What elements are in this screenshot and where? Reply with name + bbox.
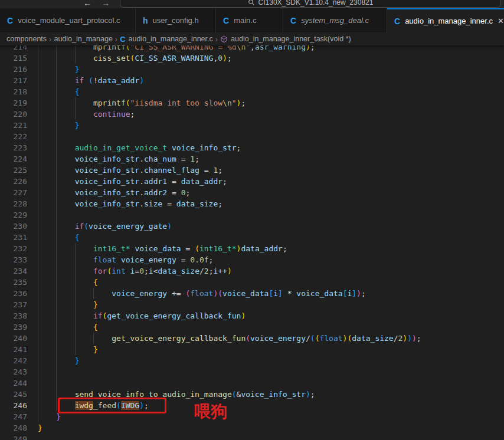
- code-line-237[interactable]: 237 }: [0, 299, 504, 310]
- line-number[interactable]: 229: [0, 209, 27, 221]
- title-bar: ← → CI130X_SDK_V1.10.4_new_230821: [0, 0, 504, 8]
- line-number[interactable]: 236: [0, 288, 27, 299]
- line-number[interactable]: 246: [0, 400, 27, 411]
- close-icon[interactable]: ✕: [498, 17, 504, 25]
- code-line-246[interactable]: 246 iwdg_feed(IWDG);: [0, 400, 504, 411]
- breadcrumb-item-audio_in_manage_inner.c[interactable]: Caudio_in_manage_inner.c: [120, 35, 213, 44]
- code-text: audio_in_get_voice_t voice_info_str;: [38, 142, 241, 153]
- line-number[interactable]: 226: [0, 176, 27, 187]
- line-number[interactable]: 228: [0, 198, 27, 209]
- code-line-235[interactable]: 235 {: [0, 277, 504, 288]
- breadcrumb-item-audio_in_manage_inner_task(void *)[interactable]: audio_in_manage_inner_task(void *): [220, 35, 351, 43]
- line-number[interactable]: 231: [0, 232, 27, 243]
- line-number[interactable]: 217: [0, 75, 27, 86]
- line-number[interactable]: 238: [0, 310, 27, 321]
- code-line-247[interactable]: 247 }: [0, 411, 504, 422]
- line-number[interactable]: 218: [0, 86, 27, 97]
- code-line-229[interactable]: 229: [0, 209, 504, 221]
- line-number[interactable]: 230: [0, 221, 27, 232]
- code-line-242[interactable]: 242 }: [0, 355, 504, 366]
- code-line-238[interactable]: 238 if(get_voice_energy_callback_fun): [0, 310, 504, 321]
- tab-system_msg_deal.c[interactable]: Csystem_msg_deal.c: [283, 8, 387, 32]
- breadcrumb-item-audio_in_manage[interactable]: audio_in_manage: [54, 35, 112, 43]
- code-line-223[interactable]: 223 audio_in_get_voice_t voice_info_str;: [0, 142, 504, 153]
- code-editor[interactable]: 214 mprintf("CI_SS_ASR_WARNING = %d\n",a…: [0, 41, 504, 440]
- code-line-249[interactable]: 249: [0, 434, 504, 440]
- code-line-226[interactable]: 226 voice_info_str.addr1 = data_addr;: [0, 176, 504, 187]
- code-line-231[interactable]: 231 {: [0, 232, 504, 243]
- indent-guide: [38, 377, 38, 389]
- indent-guide: [56, 366, 57, 377]
- code-text: mprintf("iisdma int too slow\n");: [38, 97, 246, 109]
- line-number[interactable]: 221: [0, 120, 27, 131]
- line-number[interactable]: 216: [0, 64, 27, 75]
- code-line-245[interactable]: 245 send_voice_info_to_audio_in_manage(&…: [0, 389, 504, 400]
- code-line-225[interactable]: 225 voice_info_str.channel_flag = 1;: [0, 165, 504, 176]
- line-number[interactable]: 227: [0, 187, 27, 198]
- line-number[interactable]: 249: [0, 434, 27, 440]
- code-line-216[interactable]: 216 }: [0, 64, 504, 75]
- indent-guide: [38, 366, 38, 377]
- line-number[interactable]: 224: [0, 153, 27, 165]
- line-number[interactable]: 240: [0, 333, 27, 344]
- code-line-230[interactable]: 230 if(voice_energy_gate): [0, 221, 504, 232]
- line-number[interactable]: 225: [0, 165, 27, 176]
- tab-audio_in_manage_inner.c[interactable]: Caudio_in_manage_inner.c✕: [387, 8, 504, 32]
- code-line-221[interactable]: 221 }: [0, 120, 504, 131]
- breadcrumb-label: audio_in_manage: [54, 35, 112, 43]
- code-text: }: [38, 422, 42, 434]
- line-number[interactable]: 244: [0, 377, 27, 389]
- code-text: ciss_set(CI_SS_ASR_WARNING,0);: [38, 52, 232, 64]
- code-line-219[interactable]: 219 mprintf("iisdma int too slow\n");: [0, 97, 504, 109]
- tab-user_config.h[interactable]: huser_config.h: [136, 8, 216, 32]
- line-number[interactable]: 220: [0, 109, 27, 120]
- tab-main.c[interactable]: Cmain.c: [216, 8, 283, 32]
- indent-guide: [56, 131, 57, 142]
- code-line-222[interactable]: 222: [0, 131, 504, 142]
- line-number[interactable]: 243: [0, 366, 27, 377]
- code-line-239[interactable]: 239 {: [0, 321, 504, 333]
- tab-label: main.c: [234, 16, 256, 25]
- line-number[interactable]: 234: [0, 265, 27, 277]
- code-line-215[interactable]: 215 ciss_set(CI_SS_ASR_WARNING,0);: [0, 52, 504, 64]
- code-line-218[interactable]: 218 {: [0, 86, 504, 97]
- code-line-244[interactable]: 244: [0, 377, 504, 389]
- indent-guide: [56, 377, 57, 389]
- code-line-234[interactable]: 234 for(int i=0;i<data_size/2;i++): [0, 265, 504, 277]
- line-number[interactable]: 215: [0, 52, 27, 64]
- code-line-241[interactable]: 241 }: [0, 344, 504, 355]
- code-line-236[interactable]: 236 voice_energy += (float)(voice_data[i…: [0, 288, 504, 299]
- line-number[interactable]: 248: [0, 422, 27, 434]
- code-line-233[interactable]: 233 float voice_energy = 0.0f;: [0, 254, 504, 265]
- code-line-224[interactable]: 224 voice_info_str.cha_num = 1;: [0, 153, 504, 165]
- line-number[interactable]: 223: [0, 142, 27, 153]
- code-line-220[interactable]: 220 continue;: [0, 109, 504, 120]
- line-number[interactable]: 237: [0, 299, 27, 310]
- code-line-248[interactable]: 248}: [0, 422, 504, 434]
- line-number[interactable]: 233: [0, 254, 27, 265]
- code-line-217[interactable]: 217 if (!data_addr): [0, 75, 504, 86]
- line-number[interactable]: 239: [0, 321, 27, 333]
- code-line-228[interactable]: 228 voice_info_str.size = data_size;: [0, 198, 504, 209]
- code-text: float voice_energy = 0.0f;: [38, 254, 213, 265]
- indent-guide: [38, 209, 38, 221]
- code-line-243[interactable]: 243: [0, 366, 504, 377]
- line-number[interactable]: 235: [0, 277, 27, 288]
- line-number[interactable]: 232: [0, 243, 27, 254]
- forward-arrow-icon[interactable]: →: [102, 0, 110, 8]
- code-line-240[interactable]: 240 get_voice_energy_callback_fun(voice_…: [0, 333, 504, 344]
- breadcrumb-item-components[interactable]: components: [6, 35, 47, 43]
- back-arrow-icon[interactable]: ←: [83, 0, 91, 8]
- tab-voice_module_uart_protocol.c[interactable]: Cvoice_module_uart_protocol.c: [0, 8, 136, 32]
- line-number[interactable]: 219: [0, 97, 27, 109]
- line-number[interactable]: 222: [0, 131, 27, 142]
- code-text: for(int i=0;i<data_size/2;i++): [38, 265, 232, 277]
- line-number[interactable]: 242: [0, 355, 27, 366]
- command-center-search[interactable]: CI130X_SDK_V1.10.4_new_230821: [120, 0, 501, 8]
- code-text: }: [38, 64, 79, 75]
- line-number[interactable]: 247: [0, 411, 27, 422]
- line-number[interactable]: 241: [0, 344, 27, 355]
- line-number[interactable]: 245: [0, 389, 27, 400]
- code-line-232[interactable]: 232 int16_t* voice_data = (int16_t*)data…: [0, 243, 504, 254]
- code-line-227[interactable]: 227 voice_info_str.addr2 = 0;: [0, 187, 504, 198]
